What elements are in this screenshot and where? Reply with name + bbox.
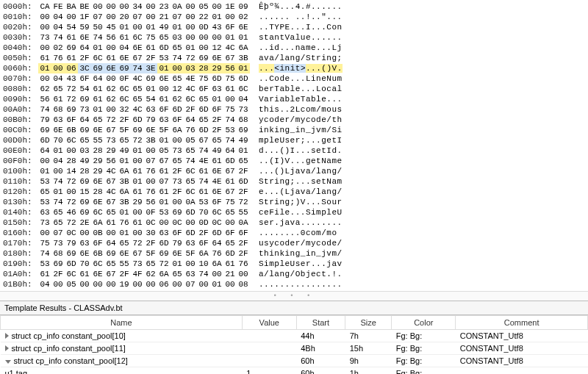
hex-bytes[interactable]: 0004001F070020070021070022010002: [38, 12, 250, 22]
hex-byte[interactable]: 54: [78, 84, 91, 94]
hex-byte[interactable]: 62: [104, 84, 118, 94]
hex-byte[interactable]: 05: [184, 135, 197, 145]
hex-byte[interactable]: 0A: [237, 217, 250, 228]
hex-bytes[interactable]: 757379636F6465722F6D79636F64652F: [38, 238, 250, 248]
hex-bytes[interactable]: 000269640100046E616D650100124C6A: [38, 43, 250, 53]
hex-byte[interactable]: 2F: [171, 166, 184, 176]
hex-byte[interactable]: 68: [51, 104, 65, 115]
hex-byte[interactable]: 00: [104, 1, 118, 12]
hex-byte[interactable]: 61: [51, 94, 65, 104]
hex-byte[interactable]: 61: [131, 166, 144, 176]
hex-byte[interactable]: 46: [65, 207, 78, 217]
hex-byte[interactable]: 2F: [118, 269, 131, 279]
hex-byte[interactable]: 67: [197, 135, 210, 145]
hex-byte[interactable]: 61: [144, 43, 157, 53]
hex-byte[interactable]: 65: [223, 207, 237, 217]
hex-byte[interactable]: 72: [65, 84, 78, 94]
hex-byte[interactable]: 04: [51, 73, 65, 84]
hex-byte[interactable]: 6F: [78, 73, 91, 84]
hex-byte[interactable]: 00: [118, 1, 131, 12]
col-value[interactable]: Value: [242, 316, 296, 330]
hex-byte[interactable]: 73: [237, 104, 250, 115]
hex-byte[interactable]: 2E: [78, 217, 91, 228]
hex-byte[interactable]: 6F: [237, 228, 250, 238]
hex-byte[interactable]: 6F: [171, 228, 184, 238]
hex-byte[interactable]: 65: [118, 238, 131, 248]
hex-byte[interactable]: 74: [223, 135, 237, 145]
col-start[interactable]: Start: [296, 316, 345, 330]
hex-bytes[interactable]: 04000500000019000006000700010008: [38, 279, 250, 290]
hex-bytes[interactable]: 746869730100324C636F6D2F6D6F7573: [38, 104, 250, 115]
hex-row[interactable]: 0000h:CAFEBABE0000003400230A0005001E09Êþ…: [3, 1, 585, 12]
hex-ascii[interactable]: ..Code...LineNum: [259, 73, 343, 84]
pane-resize-handle[interactable]: • • •: [0, 291, 588, 301]
hex-byte[interactable]: 0C: [210, 217, 223, 228]
hex-byte[interactable]: 4C: [104, 187, 118, 197]
hex-byte[interactable]: 54: [144, 94, 157, 104]
hex-byte[interactable]: 00: [157, 84, 171, 94]
hex-byte[interactable]: 5F: [184, 248, 197, 259]
hex-byte[interactable]: 64: [78, 43, 91, 53]
hex-byte[interactable]: 07: [91, 12, 104, 22]
template-results-table[interactable]: Name Value Start Size Color Comment stru…: [0, 315, 588, 374]
hex-byte[interactable]: 69: [104, 248, 118, 259]
hex-byte[interactable]: 00: [51, 63, 65, 73]
hex-byte[interactable]: 0A: [171, 1, 184, 12]
hex-byte[interactable]: 00: [223, 279, 237, 290]
hex-row[interactable]: 0190h:53696D706C65557365720100106A6176Si…: [3, 259, 585, 269]
hex-bytes[interactable]: 7468696E6B696E675F696E5F6A766D2F: [38, 248, 250, 259]
hex-byte[interactable]: CA: [38, 1, 51, 12]
hex-byte[interactable]: 28: [65, 156, 78, 166]
hex-byte[interactable]: 62: [171, 94, 184, 104]
hex-byte[interactable]: 6F: [171, 115, 184, 125]
hex-byte[interactable]: 00: [91, 1, 104, 12]
hex-ascii[interactable]: SimpleUser...jav: [259, 259, 343, 269]
hex-byte[interactable]: 72: [237, 197, 250, 207]
hex-byte[interactable]: 74: [38, 248, 51, 259]
hex-row[interactable]: 0010h:0004001F070020070021070022010002..…: [3, 12, 585, 22]
hex-byte[interactable]: 4C: [184, 84, 197, 94]
hex-byte[interactable]: 00: [184, 12, 197, 22]
table-row[interactable]: struct cp_info constant_pool[11]4Bh15hFg…: [1, 342, 588, 355]
hex-byte[interactable]: 67: [104, 176, 118, 187]
hex-byte[interactable]: 72: [65, 217, 78, 228]
hex-byte[interactable]: 74: [171, 53, 184, 63]
hex-byte[interactable]: 61: [157, 94, 171, 104]
hex-byte[interactable]: 6C: [118, 94, 131, 104]
hex-byte[interactable]: 68: [51, 248, 65, 259]
hex-byte[interactable]: 49: [237, 135, 250, 145]
hex-byte[interactable]: 00: [157, 217, 171, 228]
hex-byte[interactable]: 6B: [91, 248, 104, 259]
hex-bytes[interactable]: 0004284929560100076765744E616D65: [38, 156, 250, 166]
hex-byte[interactable]: 00: [91, 279, 104, 290]
hex-byte[interactable]: 69: [78, 207, 91, 217]
hex-byte[interactable]: 65: [223, 238, 237, 248]
hex-byte[interactable]: 00: [78, 228, 91, 238]
hex-byte[interactable]: 6A: [118, 166, 131, 176]
hex-byte[interactable]: 56: [223, 63, 237, 73]
col-name[interactable]: Name: [1, 316, 243, 330]
hex-byte[interactable]: 00: [131, 207, 144, 217]
hex-byte[interactable]: 00: [197, 32, 210, 43]
hex-byte[interactable]: 61: [223, 259, 237, 269]
hex-byte[interactable]: 53: [38, 197, 51, 207]
hex-byte[interactable]: 2F: [118, 115, 131, 125]
hex-byte[interactable]: 29: [104, 145, 118, 156]
hex-byte[interactable]: 00: [171, 197, 184, 207]
hex-byte[interactable]: 59: [78, 22, 91, 32]
hex-byte[interactable]: 76: [184, 125, 197, 135]
hex-bytes[interactable]: 6265725461626C650100124C6F63616C: [38, 84, 250, 94]
hex-bytes[interactable]: 65010015284C6A6176612F6C616E672F: [38, 187, 250, 197]
hex-row[interactable]: 0060h:0100063C696E69743E01000328295601..…: [3, 63, 585, 73]
hex-byte[interactable]: 70: [197, 207, 210, 217]
hex-byte[interactable]: 69: [131, 125, 144, 135]
hex-byte[interactable]: 6E: [104, 63, 118, 73]
hex-byte[interactable]: 63: [184, 269, 197, 279]
hex-byte[interactable]: 3B: [118, 197, 131, 207]
hex-byte[interactable]: 0C: [65, 228, 78, 238]
hex-byte[interactable]: 6D: [65, 259, 78, 269]
hex-byte[interactable]: 6C: [65, 135, 78, 145]
hex-byte[interactable]: 67: [223, 53, 237, 63]
hex-byte[interactable]: 69: [197, 53, 210, 63]
hex-row[interactable]: 0130h:537472696E673B295601000A536F7572St…: [3, 197, 585, 207]
